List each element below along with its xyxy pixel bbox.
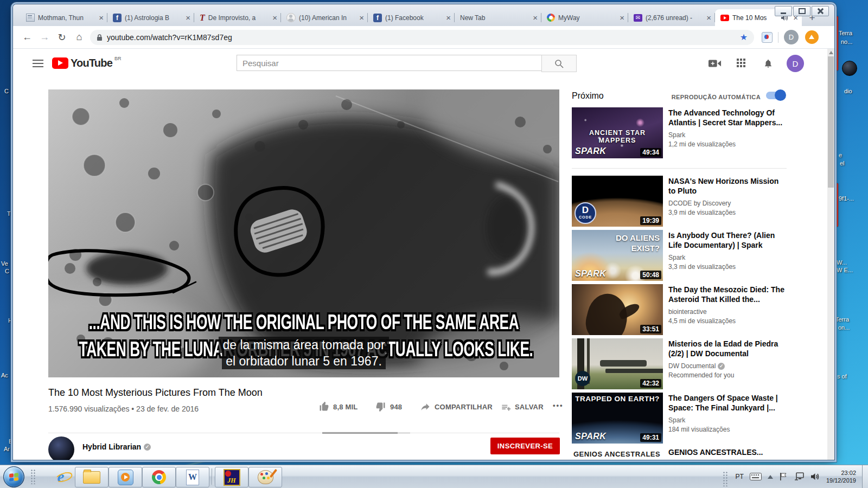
like-button[interactable]: 8,8 MIL [318, 401, 358, 412]
media-player-taskbar-button[interactable] [108, 467, 142, 487]
desktop-icon-label[interactable]: on... [838, 324, 850, 331]
tab-mail[interactable]: ✉ (2,676 unread) - × [628, 9, 715, 26]
desktop-icon-label[interactable]: T [7, 210, 11, 217]
desktop-icon-label[interactable]: Terra [835, 316, 849, 323]
desktop-icon-label[interactable]: Terra [839, 30, 852, 36]
menu-icon[interactable] [33, 60, 43, 67]
maximize-button[interactable] [793, 6, 810, 16]
desktop-icon[interactable] [835, 183, 838, 227]
video-title[interactable]: NASA's New Horizons Mission to Pluto [668, 176, 787, 196]
video-thumbnail[interactable]: TRAPPED ON EARTH? SPARK 49:31 [572, 393, 663, 444]
taskbar-clock[interactable]: 23:02 19/12/2019 [826, 469, 856, 484]
video-title[interactable]: The Dangers Of Space Waste | Space: The … [668, 393, 787, 413]
video-thumbnail[interactable]: DW 42:32 [572, 338, 663, 389]
video-thumbnail[interactable]: D CODE 19:39 [572, 176, 663, 227]
updater-extension-icon[interactable] [805, 30, 819, 44]
desktop-icon-label[interactable]: C [4, 88, 9, 94]
tab-close-icon[interactable]: × [531, 14, 539, 22]
language-indicator[interactable]: PT [736, 473, 744, 480]
video-title[interactable]: GENIOS ANCESTRALES... [668, 447, 763, 457]
youtube-avatar[interactable]: D [787, 55, 804, 72]
upload-video-icon[interactable] [709, 59, 722, 68]
autoplay-toggle[interactable] [766, 92, 784, 99]
desktop-icon-label[interactable]: C [5, 268, 9, 274]
scroll-up-arrow[interactable] [829, 51, 833, 54]
channel-name[interactable]: Hybrid Librarian [82, 442, 141, 451]
word-taskbar-button[interactable]: W [176, 467, 209, 487]
video-thumbnail[interactable]: 33:51 [572, 284, 663, 335]
desktop-icon-label[interactable]: e [839, 152, 842, 158]
explorer-taskbar-button[interactable] [75, 467, 108, 487]
close-window-button[interactable] [812, 6, 829, 16]
desktop-icon-label[interactable]: B [9, 438, 12, 445]
tab-close-icon[interactable]: × [97, 14, 105, 22]
show-hidden-icons[interactable] [768, 475, 773, 479]
scrollbar-thumb[interactable] [828, 56, 834, 188]
tab-close-icon[interactable]: × [184, 14, 192, 22]
volume-icon[interactable] [810, 472, 820, 481]
bookmark-star-icon[interactable]: ★ [740, 32, 748, 42]
related-video[interactable]: GENIOS ANCESTRALES GENIOS ANCESTRALES... [572, 447, 787, 460]
search-input[interactable] [237, 55, 541, 71]
desktop-icon-label[interactable]: W E... [837, 267, 853, 273]
save-button[interactable]: SALVAR [500, 401, 544, 412]
action-center-flag-icon[interactable] [779, 472, 788, 481]
video-title[interactable]: The Advanced Technology Of Atlantis | Se… [668, 108, 787, 127]
related-video[interactable]: TRAPPED ON EARTH? SPARK 49:31 The Danger… [572, 393, 787, 444]
show-desktop-button[interactable] [862, 465, 868, 488]
video-thumbnail[interactable]: GENIOS ANCESTRALES [572, 447, 663, 460]
desktop-icon-label[interactable]: Ar [4, 446, 10, 452]
desktop-icon-label[interactable]: el [840, 160, 845, 166]
internet-explorer-icon[interactable]: e [50, 466, 72, 487]
tab-de-improvisto[interactable]: T De Improvisto, a × [194, 9, 281, 26]
related-video[interactable]: DO ALIENS EXIST? SPARK 50:48 Is Anybody … [572, 230, 787, 281]
tab-close-icon[interactable]: × [271, 14, 279, 22]
video-thumbnail[interactable]: ANCIENT STAR MAPPERS SPARK 49:34 [572, 107, 663, 158]
extension-icon[interactable] [762, 32, 773, 43]
desktop-icon-label[interactable]: no... [841, 38, 852, 45]
video-thumbnail[interactable]: DO ALIENS EXIST? SPARK 50:48 [572, 230, 663, 281]
related-video[interactable]: DW 42:32 Misterios de la Edad de Piedra … [572, 338, 787, 389]
share-button[interactable]: COMPARTILHAR [420, 401, 493, 412]
desktop-icon-label[interactable]: H [8, 317, 12, 324]
apps-grid-icon[interactable] [737, 59, 745, 67]
related-video[interactable]: 33:51 The Day the Mesozoic Died: The Ast… [572, 284, 787, 335]
video-title[interactable]: Misterios de la Edad de Piedra (2/2) | D… [668, 339, 787, 358]
tab-close-icon[interactable]: × [618, 14, 626, 22]
channel-avatar[interactable] [48, 436, 74, 460]
url-text[interactable]: youtube.com/watch?v=rK1M87sd7eg [107, 33, 232, 42]
subscribe-button[interactable]: INSCREVER-SE [490, 438, 560, 454]
tab-close-icon[interactable]: × [705, 14, 713, 22]
desktop-icon[interactable] [835, 16, 838, 70]
keyboard-icon[interactable] [750, 473, 762, 480]
start-button[interactable] [3, 466, 24, 487]
forward-icon[interactable]: → [36, 31, 53, 43]
chrome-taskbar-button[interactable] [142, 467, 176, 487]
related-video[interactable]: ANCIENT STAR MAPPERS SPARK 49:34 The Adv… [572, 107, 787, 158]
desktop-icon-label[interactable]: Ac [1, 372, 8, 378]
minimize-button[interactable] [775, 6, 792, 16]
browser-profile-avatar[interactable]: D [784, 30, 799, 44]
network-icon[interactable] [794, 472, 805, 481]
tab-astrologia[interactable]: f (1) Astrologia B × [107, 9, 194, 26]
desktop-icon-label[interactable]: Ve [1, 260, 8, 267]
address-bar[interactable]: youtube.com/watch?v=rK1M87sd7eg ★ [90, 30, 754, 45]
desktop-icon-label[interactable]: dio [844, 88, 852, 94]
tab-new-tab[interactable]: New Tab × [455, 9, 541, 26]
search-button[interactable] [541, 55, 577, 72]
paint-taskbar-button[interactable] [248, 467, 282, 487]
home-icon[interactable]: ⌂ [71, 31, 88, 43]
jh-app-taskbar-button[interactable]: JH [215, 467, 248, 487]
desktop-icon-label[interactable]: W... [837, 259, 847, 266]
tab-close-icon[interactable]: × [358, 14, 366, 22]
reload-icon[interactable]: ↻ [53, 31, 71, 43]
related-video[interactable]: D CODE 19:39 NASA's New Horizons Mission… [572, 176, 787, 227]
desktop-icon[interactable] [842, 61, 857, 76]
video-player[interactable]: ...AND THIS IS HOW THE ORIGINAL PHOTO OF… [48, 89, 559, 377]
tab-close-icon[interactable]: × [444, 14, 452, 22]
youtube-logo[interactable]: YouTube BR [52, 57, 122, 69]
tab-facebook[interactable]: f (1) Facebook × [368, 9, 455, 26]
tab-myway[interactable]: MyWay × [541, 9, 628, 26]
dislike-button[interactable]: 948 [375, 401, 402, 412]
back-icon[interactable]: ← [18, 31, 36, 43]
